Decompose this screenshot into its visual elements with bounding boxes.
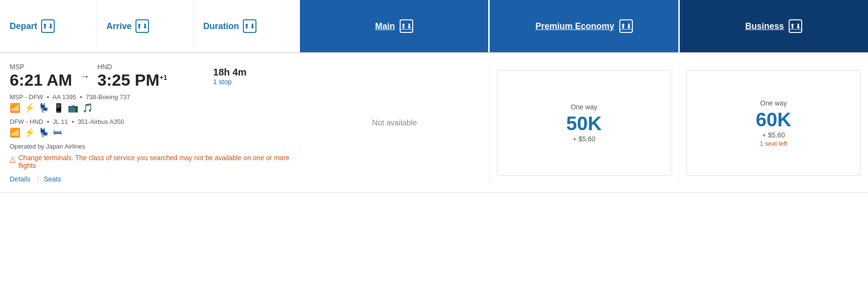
leg2-info: DFW - HND ▪ JL 11 ▪ 351-Airbus A350 xyxy=(10,118,290,125)
flight-details: MSP 6:21 AM → HND 3:25 PM+1 18h 4m 1 sto… xyxy=(0,63,300,183)
main-sort-button[interactable]: ⬆⬇ xyxy=(400,19,413,33)
dot3: ▪ xyxy=(47,118,49,125)
seats-link[interactable]: Seats xyxy=(40,175,67,183)
warning-message: △ Change terminals. The class of service… xyxy=(10,154,290,169)
leg2-flight: JL 11 xyxy=(53,118,68,125)
arrive-time: 3:25 PM+1 xyxy=(97,71,167,90)
depart-time: 6:21 AM xyxy=(10,71,72,90)
business-points: 60K xyxy=(756,109,791,130)
duration-value: 18h 4m xyxy=(213,67,247,78)
main-label: Main xyxy=(375,21,395,31)
music-icon: 🎵 xyxy=(82,103,93,113)
leg1-route: MSP - DFW xyxy=(10,93,43,101)
arrive-sort-button[interactable]: ⬆⬇ xyxy=(135,19,149,33)
depart-label: Depart xyxy=(10,21,37,31)
leg1-amenities: 📶 ⚡ 💺 📱 📺 🎵 xyxy=(10,103,290,113)
flight-result-row: MSP 6:21 AM → HND 3:25 PM+1 18h 4m 1 sto… xyxy=(0,53,868,193)
business-sort-button[interactable]: ⬆⬇ xyxy=(789,19,802,33)
business-header[interactable]: Business ⬆⬇ xyxy=(680,0,868,52)
dot1: ▪ xyxy=(47,93,49,101)
leg2-route: DFW - HND xyxy=(10,118,43,125)
seat-left-badge: 1 seat left xyxy=(760,140,787,147)
not-available-text: Not available xyxy=(372,119,417,127)
business-fees: + $5.60 xyxy=(762,131,785,139)
arrive-header[interactable]: Arrive ⬆⬇ xyxy=(97,0,194,52)
flight-arrow: → xyxy=(79,70,90,83)
power-icon: ⚡ xyxy=(24,103,35,113)
duration-label: Duration xyxy=(203,21,239,31)
warning-text: Change terminals. The class of service y… xyxy=(18,154,290,169)
business-price-col[interactable]: One way 60K + $5.60 1 seat left xyxy=(679,63,868,183)
business-label: Business xyxy=(745,21,784,31)
plus-one: +1 xyxy=(160,74,167,81)
warning-icon: △ xyxy=(10,154,15,164)
depart-sort-button[interactable]: ⬆⬇ xyxy=(41,19,55,33)
mobile-icon: 📱 xyxy=(53,103,64,113)
premium-points: 50K xyxy=(566,113,601,134)
action-links: Details | Seats xyxy=(10,175,290,183)
tv-icon: 📺 xyxy=(68,103,78,113)
flatbed-icon: 🛏 xyxy=(53,127,62,138)
dot2: ▪ xyxy=(80,93,82,101)
premium-economy-price-col[interactable]: One way 50K + $5.60 xyxy=(490,63,679,183)
link-divider: | xyxy=(37,175,39,183)
stops: 1 stop xyxy=(213,78,247,86)
departure-info: MSP 6:21 AM xyxy=(10,63,72,90)
premium-fees: + $5.60 xyxy=(572,135,595,143)
leg2-aircraft: 351-Airbus A350 xyxy=(77,118,124,125)
premium-sort-button[interactable]: ⬆⬇ xyxy=(619,19,633,33)
business-one-way-label: One way xyxy=(760,99,787,107)
arrival-info: HND 3:25 PM+1 xyxy=(97,63,167,90)
origin-code: MSP xyxy=(10,63,72,71)
details-link[interactable]: Details xyxy=(10,175,36,183)
depart-header[interactable]: Depart ⬆⬇ xyxy=(0,0,97,52)
premium-economy-label: Premium Economy xyxy=(535,21,614,31)
main-cabin-price: Not available xyxy=(300,63,490,183)
leg1-aircraft: 738-Boeing 737 xyxy=(86,93,130,101)
wifi-icon: 📶 xyxy=(10,103,20,113)
seat2-icon: 💺 xyxy=(39,127,49,138)
dest-code: HND xyxy=(97,63,167,71)
seat-icon: 💺 xyxy=(39,103,49,113)
leg1-info: MSP - DFW ▪ AA 1395 ▪ 738-Boeing 737 xyxy=(10,93,290,101)
column-headers: Depart ⬆⬇ Arrive ⬆⬇ Duration ⬆⬇ Main ⬆⬇ … xyxy=(0,0,868,53)
main-cabin-header[interactable]: Main ⬆⬇ xyxy=(300,0,488,52)
flight-times: MSP 6:21 AM → HND 3:25 PM+1 18h 4m 1 sto… xyxy=(10,63,290,90)
duration-sort-button[interactable]: ⬆⬇ xyxy=(243,19,256,33)
leg1-flight: AA 1395 xyxy=(52,93,76,101)
duration-info: 18h 4m 1 stop xyxy=(213,67,247,86)
leg2-amenities: 📶 ⚡ 💺 🛏 xyxy=(10,127,290,138)
operated-by: Operated by Japan Airlines xyxy=(10,143,290,150)
premium-economy-header[interactable]: Premium Economy ⬆⬇ xyxy=(488,0,679,52)
wifi2-icon: 📶 xyxy=(10,127,20,138)
duration-header[interactable]: Duration ⬆⬇ xyxy=(194,0,300,52)
premium-one-way-label: One way xyxy=(570,103,597,111)
arrive-label: Arrive xyxy=(106,21,132,31)
business-card[interactable]: One way 60K + $5.60 1 seat left xyxy=(686,70,861,176)
premium-economy-card[interactable]: One way 50K + $5.60 xyxy=(497,70,672,176)
power2-icon: ⚡ xyxy=(24,127,35,138)
dot4: ▪ xyxy=(72,118,74,125)
